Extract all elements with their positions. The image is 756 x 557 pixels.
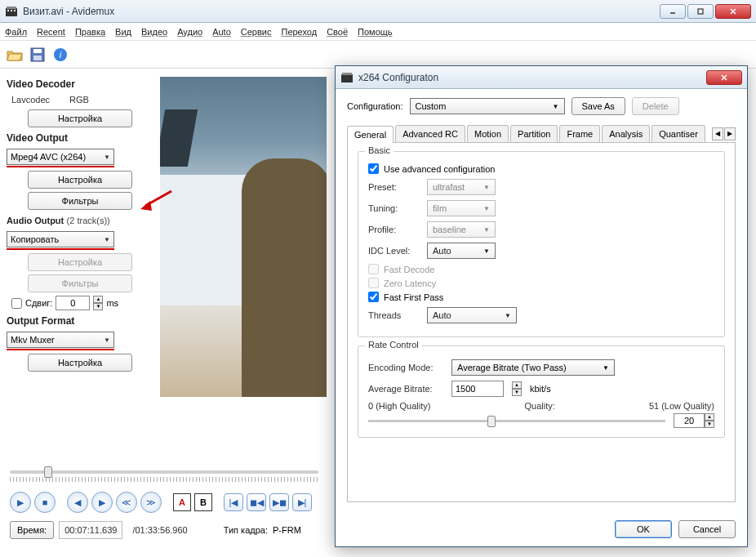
tab-general[interactable]: General: [347, 126, 394, 143]
encoding-mode-combo[interactable]: Average Bitrate (Two Pass)▼: [451, 359, 615, 376]
svg-rect-4: [14, 10, 16, 11]
tab-quantiser[interactable]: Quantiser: [651, 125, 705, 142]
svg-rect-11: [33, 56, 42, 60]
svg-rect-0: [6, 8, 17, 16]
menu-tools[interactable]: Сервис: [241, 27, 272, 37]
zero-latency-checkbox: [368, 278, 379, 288]
quality-input[interactable]: [674, 413, 705, 428]
video-codec-combo[interactable]: Mpeg4 AVC (x264)▼: [7, 149, 114, 165]
audio-mode-combo[interactable]: Копировать▼: [7, 231, 114, 247]
bitrate-input[interactable]: [451, 381, 504, 397]
app-icon: [5, 5, 18, 18]
tab-scroll-left[interactable]: ◀: [712, 127, 723, 140]
menubar: Файл Recent Правка Вид Видео Аудио Auto …: [0, 23, 756, 41]
mark-a-button[interactable]: A: [173, 493, 191, 511]
shift-input[interactable]: [56, 296, 90, 310]
config-combo[interactable]: Custom▼: [410, 98, 565, 114]
next-keyframe-button[interactable]: ≫: [140, 492, 162, 513]
delete-button: Delete: [632, 97, 679, 115]
dialog-close-button[interactable]: [706, 70, 742, 85]
mark-b-button[interactable]: B: [194, 493, 212, 511]
format-settings-button[interactable]: Настройка: [28, 354, 132, 372]
tab-partition[interactable]: Partition: [510, 125, 558, 142]
fast-decode-checkbox: [368, 264, 379, 274]
audio-mode-value: Копировать: [11, 234, 59, 244]
bitrate-label: Average Bitrate:: [368, 384, 443, 394]
menu-video[interactable]: Видео: [141, 27, 167, 37]
menu-help[interactable]: Помощь: [358, 27, 393, 37]
fast-first-label: Fast First Pass: [384, 292, 443, 302]
muxer-combo[interactable]: Mkv Muxer▼: [7, 332, 114, 348]
quality-down[interactable]: ▼: [705, 421, 714, 428]
cancel-button[interactable]: Cancel: [678, 520, 736, 538]
tab-frame[interactable]: Frame: [559, 125, 600, 142]
ok-button[interactable]: OK: [615, 520, 672, 538]
menu-goto[interactable]: Переход: [281, 27, 317, 37]
goto-start-button[interactable]: |◀: [224, 493, 243, 511]
encoding-mode-label: Encoding Mode:: [368, 363, 443, 372]
use-advanced-checkbox[interactable]: [368, 163, 379, 174]
play-button[interactable]: ▶: [10, 492, 31, 513]
video-settings-button[interactable]: Настройка: [28, 171, 132, 189]
minimize-button[interactable]: [660, 4, 686, 19]
threads-label: Threads: [368, 310, 419, 320]
threads-combo[interactable]: Auto▼: [427, 307, 517, 323]
chevron-down-icon: ▼: [603, 364, 609, 372]
encoding-mode-value: Average Bitrate (Two Pass): [457, 363, 567, 372]
menu-custom[interactable]: Своё: [327, 27, 348, 37]
tab-analysis[interactable]: Analysis: [602, 125, 650, 142]
next-frame-button[interactable]: ▶: [91, 492, 113, 513]
sidebar: Video Decoder Lavcodec RGB Настройка Vid…: [0, 69, 160, 513]
idc-label: IDC Level:: [368, 246, 419, 256]
shift-down[interactable]: ▼: [93, 303, 103, 310]
svg-rect-6: [698, 9, 703, 14]
dialog-title: x264 Configuraton: [358, 72, 706, 83]
bitrate-down[interactable]: ▼: [512, 389, 522, 396]
svg-rect-1: [7, 7, 16, 9]
audio-output-head: Audio Output (2 track(s)): [7, 215, 153, 226]
menu-recent[interactable]: Recent: [37, 27, 65, 37]
menu-file[interactable]: Файл: [5, 27, 27, 37]
menu-edit[interactable]: Правка: [75, 27, 105, 37]
basic-title: Basic: [365, 145, 394, 155]
output-format-head: Output Format: [7, 315, 153, 327]
menu-audio[interactable]: Аудио: [177, 27, 202, 37]
decoder-settings-button[interactable]: Настройка: [28, 109, 132, 127]
tab-scroll-right[interactable]: ▶: [724, 127, 736, 140]
info-icon[interactable]: i: [51, 45, 70, 65]
open-icon[interactable]: [5, 45, 24, 65]
video-filters-button[interactable]: Фильтры: [28, 192, 132, 210]
timeline-thumb[interactable]: [44, 466, 52, 478]
close-button[interactable]: [715, 4, 751, 19]
time-button[interactable]: Время:: [10, 521, 54, 539]
next-black-button[interactable]: ▶◼: [269, 493, 289, 511]
ms-label: ms: [106, 298, 118, 308]
save-icon[interactable]: [28, 45, 47, 65]
bitrate-up[interactable]: ▲: [512, 381, 522, 389]
svg-rect-2: [7, 10, 9, 11]
menu-auto[interactable]: Auto: [212, 27, 231, 37]
tab-motion[interactable]: Motion: [467, 125, 509, 142]
shift-checkbox[interactable]: [11, 298, 22, 309]
prev-keyframe-button[interactable]: ≪: [116, 492, 137, 513]
total-time: /01:33:56.960: [127, 521, 192, 539]
shift-up[interactable]: ▲: [93, 296, 103, 303]
quality-slider[interactable]: [368, 420, 665, 422]
tab-advanced-rc[interactable]: Advanced RC: [395, 125, 465, 142]
dialog-icon: [340, 71, 354, 84]
prev-frame-button[interactable]: ◀: [67, 492, 88, 513]
svg-rect-3: [11, 10, 12, 11]
goto-end-button[interactable]: ▶|: [292, 493, 312, 511]
save-as-button[interactable]: Save As: [571, 97, 625, 115]
menu-view[interactable]: Вид: [115, 27, 131, 37]
prev-black-button[interactable]: ◼◀: [247, 493, 266, 511]
timeline-slider[interactable]: [10, 470, 318, 474]
video-decoder-head: Video Decoder: [7, 78, 153, 90]
stop-button[interactable]: ■: [34, 492, 56, 513]
chevron-down-icon: ▼: [104, 236, 110, 243]
maximize-button[interactable]: [687, 4, 714, 19]
quality-up[interactable]: ▲: [705, 413, 714, 421]
quality-thumb[interactable]: [487, 416, 496, 427]
idc-combo[interactable]: Auto▼: [427, 243, 496, 259]
fast-first-checkbox[interactable]: [368, 292, 379, 302]
